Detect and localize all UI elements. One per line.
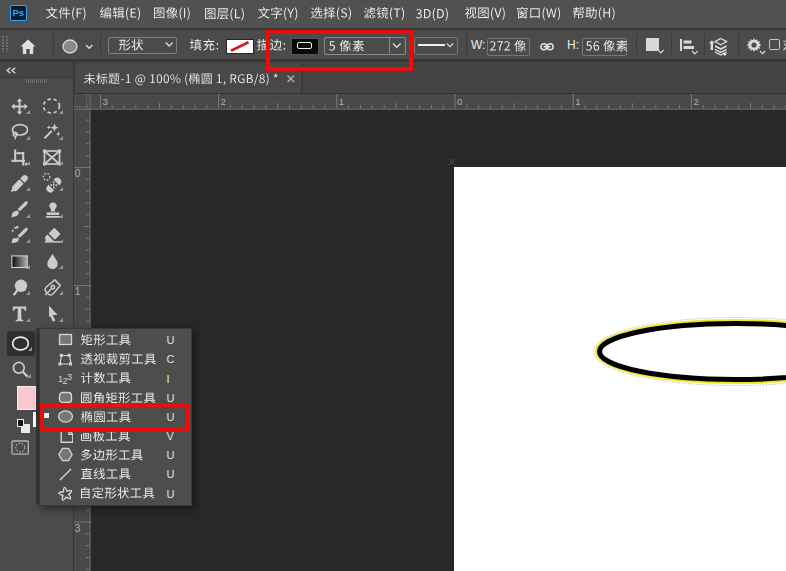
svg-text:3: 3: [102, 96, 107, 107]
svg-text:2: 2: [221, 96, 226, 107]
svg-text:1: 1: [575, 96, 580, 107]
svg-text:0: 0: [75, 168, 81, 179]
svg-text:1: 1: [75, 286, 81, 297]
svg-text:3: 3: [67, 372, 72, 382]
svg-text:2: 2: [693, 96, 698, 107]
svg-text:0: 0: [457, 96, 462, 107]
svg-text:3: 3: [75, 522, 81, 533]
svg-text:1: 1: [339, 96, 344, 107]
